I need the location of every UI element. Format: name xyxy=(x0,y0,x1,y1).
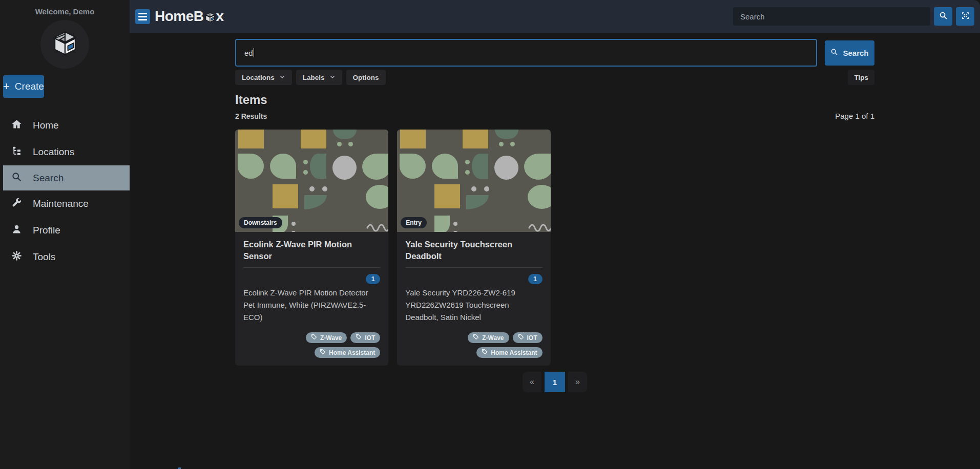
search-icon xyxy=(939,11,948,22)
tag-icon xyxy=(473,334,479,342)
user-icon xyxy=(11,224,22,237)
plus-icon: + xyxy=(3,80,10,93)
pattern-shape xyxy=(510,142,515,146)
pattern-shape xyxy=(453,222,457,226)
label-chip-text: Z-Wave xyxy=(320,334,342,342)
search-query-input[interactable]: ed xyxy=(235,39,817,67)
chevron-down-icon xyxy=(329,74,336,81)
squiggle-decoration xyxy=(528,223,550,232)
pattern-shape xyxy=(465,170,470,175)
menu-hamburger-button[interactable] xyxy=(135,9,150,24)
items-grid: Downstairs Ecolink Z-Wave PIR Motion Sen… xyxy=(235,130,874,366)
pattern-shape xyxy=(333,130,357,139)
sidebar-item-tools[interactable]: Tools xyxy=(0,244,130,270)
location-badge[interactable]: Entry xyxy=(401,217,427,228)
pattern-shape xyxy=(434,184,460,208)
sidebar-item-home[interactable]: Home xyxy=(0,112,130,139)
label-chip[interactable]: Z-Wave xyxy=(306,332,347,343)
sidebar-item-profile[interactable]: Profile xyxy=(0,217,130,244)
pagination-page-1-button[interactable]: 1 xyxy=(545,372,565,392)
item-card[interactable]: Downstairs Ecolink Z-Wave PIR Motion Sen… xyxy=(235,130,388,366)
label-chip-text: IOT xyxy=(527,334,537,342)
sidebar-nav: Home Locations Search Maintenance Profil… xyxy=(0,112,130,270)
tag-icon xyxy=(482,349,488,356)
brand-suffix: x xyxy=(216,8,224,25)
pattern-shape xyxy=(495,130,518,139)
sidebar-item-label: Tools xyxy=(33,251,55,263)
label-chip[interactable]: IOT xyxy=(350,332,380,343)
pattern-shape xyxy=(471,186,476,191)
pattern-shape xyxy=(484,186,489,191)
filter-label: Options xyxy=(353,74,379,81)
item-card-image: Downstairs xyxy=(235,130,388,232)
topbar: HomeB x xyxy=(130,0,980,33)
sidebar-item-label: Locations xyxy=(33,146,74,158)
text-caret xyxy=(254,48,255,57)
item-description: Ecolink Z-Wave PIR Motion Detector Pet I… xyxy=(243,287,380,324)
label-chips: Z-Wave IOT Home Assistant xyxy=(405,332,542,358)
welcome-text: Welcome, Demo xyxy=(0,7,130,16)
label-chip[interactable]: IOT xyxy=(513,332,543,343)
pattern-shape xyxy=(304,195,327,209)
label-chip-text: IOT xyxy=(365,334,375,342)
pattern-shape xyxy=(524,154,550,180)
content: ed Search Locations Labels Options Tips … xyxy=(235,33,874,392)
box-logo-icon xyxy=(50,29,80,60)
pattern-shape xyxy=(366,185,388,209)
create-button-label: Create xyxy=(15,81,44,92)
label-chip-text: Z-Wave xyxy=(482,334,504,342)
tag-icon xyxy=(320,349,326,356)
pattern-shape xyxy=(528,185,550,209)
pagination-next-button[interactable]: » xyxy=(568,372,587,392)
label-chip[interactable]: Home Assistant xyxy=(476,347,542,358)
chevron-down-icon xyxy=(279,74,285,81)
sidebar-item-search[interactable]: Search xyxy=(3,165,130,190)
pattern-shape xyxy=(238,154,264,179)
brand-prefix: HomeB xyxy=(155,8,204,25)
topbar-search-button[interactable] xyxy=(934,7,952,26)
sidebar-item-label: Maintenance xyxy=(33,198,89,209)
label-chip-text: Home Assistant xyxy=(329,349,375,356)
pattern-shape xyxy=(309,186,315,191)
item-title: Ecolink Z-Wave PIR Motion Sensor xyxy=(243,239,380,262)
label-chip[interactable]: Z-Wave xyxy=(468,332,509,343)
filter-label: Locations xyxy=(242,74,275,81)
gear-icon xyxy=(11,250,22,264)
sidebar-item-label: Profile xyxy=(33,225,60,236)
tips-button[interactable]: Tips xyxy=(848,70,874,85)
labels-filter-button[interactable]: Labels xyxy=(296,70,342,85)
search-submit-button[interactable]: Search xyxy=(825,40,874,66)
qr-scan-button[interactable] xyxy=(956,7,974,26)
page-indicator: Page 1 of 1 xyxy=(835,112,874,120)
pattern-shape xyxy=(301,130,326,148)
label-chip[interactable]: Home Assistant xyxy=(315,347,380,358)
pattern-shape xyxy=(291,231,296,232)
app-logo xyxy=(40,20,89,69)
label-chip-text: Home Assistant xyxy=(491,349,537,356)
pagination: « 1 » xyxy=(235,372,874,392)
item-card[interactable]: Entry Yale Security Touchscreen Deadbolt… xyxy=(397,130,550,366)
pattern-shape xyxy=(463,130,488,148)
pattern-shape xyxy=(400,154,426,179)
sidebar-item-locations[interactable]: Locations xyxy=(0,139,130,165)
pattern-shape xyxy=(499,142,504,146)
locations-filter-button[interactable]: Locations xyxy=(235,70,292,85)
pattern-shape xyxy=(310,154,326,179)
item-title: Yale Security Touchscreen Deadbolt xyxy=(405,239,542,262)
pagination-prev-button[interactable]: « xyxy=(523,372,541,392)
sidebar-item-maintenance[interactable]: Maintenance xyxy=(0,190,130,217)
pattern-shape xyxy=(494,156,518,180)
location-badge[interactable]: Downstairs xyxy=(239,217,282,228)
box-logo-icon-small xyxy=(204,11,216,23)
create-button[interactable]: + Create xyxy=(3,75,44,98)
squiggle-decoration xyxy=(366,223,388,232)
filter-label: Labels xyxy=(303,74,325,81)
label-chips: Z-Wave IOT Home Assistant xyxy=(243,332,380,358)
pattern-shape xyxy=(322,186,327,191)
topbar-search-input[interactable] xyxy=(733,7,930,26)
quantity-badge: 1 xyxy=(366,274,380,284)
wrench-icon xyxy=(11,197,22,210)
options-filter-button[interactable]: Options xyxy=(346,70,386,85)
tag-icon xyxy=(356,334,362,342)
pattern-shape xyxy=(472,154,488,179)
